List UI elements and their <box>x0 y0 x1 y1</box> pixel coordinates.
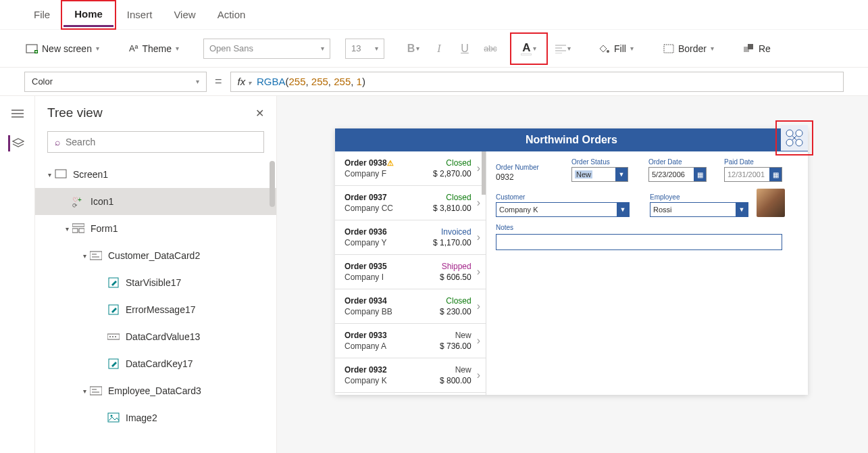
reorder-button[interactable]: Re <box>738 41 776 57</box>
calendar-icon: ▦ <box>769 168 782 181</box>
underline-button[interactable]: U <box>455 39 475 59</box>
order-company: Company BB <box>344 307 392 316</box>
order-price: $ 606.50 <box>440 272 471 282</box>
svg-rect-32 <box>90 387 102 395</box>
order-number-label: Order Number <box>496 164 563 171</box>
order-number-value: 0932 <box>496 172 563 182</box>
order-date-input[interactable]: 5/23/2006 ▦ <box>648 167 707 182</box>
order-status-combo[interactable]: New ▼ <box>571 167 628 182</box>
tree-node-image2[interactable]: Image2 <box>35 404 276 431</box>
chevron-down-icon: ▼ <box>736 203 748 216</box>
tree-node-datacardkey17[interactable]: DataCardKey17 <box>35 350 276 377</box>
employee-combo[interactable]: Rossi ▼ <box>650 202 748 217</box>
font-select[interactable]: Open Sans ▾ <box>203 39 330 59</box>
tree-node-datacardvalue13[interactable]: DataCardValue13 <box>35 323 276 350</box>
tree-node-employee_datacard3[interactable]: ▾Employee_DataCard3 <box>35 377 276 404</box>
order-name: Order 0934 <box>344 296 392 306</box>
tree-node-customer_datacard2[interactable]: ▾Customer_DataCard2 <box>35 242 276 269</box>
chevron-down-icon: ▼ <box>617 203 629 216</box>
order-price: $ 230.00 <box>440 307 471 316</box>
align-button[interactable]: ▾ <box>553 39 573 59</box>
property-value: Color <box>32 76 53 87</box>
font-color-button[interactable]: A ▾ <box>519 39 539 59</box>
menu-view[interactable]: View <box>163 3 206 26</box>
bold-button[interactable]: B▾ <box>403 39 424 59</box>
expand-icon[interactable]: ▾ <box>45 171 54 178</box>
calendar-icon: ▦ <box>694 168 706 181</box>
app-preview: Northwind Orders Order 0938⚠Company FClo… <box>335 128 808 395</box>
expand-icon[interactable]: ▾ <box>80 387 89 395</box>
order-item[interactable]: Order 0933Company ANew$ 736.00› <box>335 324 486 358</box>
employee-avatar <box>757 189 785 217</box>
tree-node-errormessage17[interactable]: ErrorMessage17 <box>35 296 276 323</box>
order-list[interactable]: Order 0938⚠Company FClosed$ 2,870.00›Ord… <box>335 151 486 395</box>
expand-icon[interactable]: ▾ <box>62 225 72 233</box>
order-item[interactable]: Order 0938⚠Company FClosed$ 2,870.00› <box>335 151 486 186</box>
order-name: Order 0933 <box>344 331 387 340</box>
tree-node-starvisible17[interactable]: StarVisible17 <box>35 269 276 296</box>
theme-icon: Aª <box>129 43 138 53</box>
order-company: Company A <box>344 341 387 351</box>
order-item[interactable]: Order 0937Company CCClosed$ 3,810.00› <box>335 186 486 220</box>
icon1-control[interactable] <box>781 125 808 151</box>
chevron-down-icon: ▼ <box>615 168 628 181</box>
paid-date-input[interactable]: 12/31/2001 ▦ <box>724 167 782 182</box>
order-status-label: Order Status <box>571 158 628 166</box>
scrollbar-thumb[interactable] <box>270 161 275 207</box>
tree-node-icon1[interactable]: ♡+⟳Icon1 <box>35 188 276 215</box>
expand-icon[interactable]: ▾ <box>80 252 89 260</box>
fill-button[interactable]: Fill ▾ <box>592 41 639 57</box>
edit-icon <box>107 303 120 316</box>
border-label: Border <box>678 43 707 54</box>
order-date-label: Order Date <box>648 158 707 166</box>
tree-node-form1[interactable]: ▾Form1 <box>35 215 276 242</box>
order-item[interactable]: Order 0936Company YInvoiced$ 1,170.00› <box>335 220 486 255</box>
tree-node-screen1[interactable]: ▾Screen1 <box>35 161 276 188</box>
formula-input[interactable]: fx ▾ RGBA(255, 255, 255, 1) <box>230 72 844 92</box>
left-rail <box>0 96 35 453</box>
tree-label: StarVisible17 <box>126 277 181 288</box>
svg-rect-20 <box>72 229 78 233</box>
order-status: New <box>455 365 471 375</box>
theme-button[interactable]: Aª Theme ▾ <box>124 41 184 57</box>
svg-point-28 <box>109 336 111 337</box>
svg-text:+: + <box>78 196 82 204</box>
order-name: Order 0932 <box>344 365 387 375</box>
list-scrollbar[interactable] <box>482 151 486 195</box>
edit-icon <box>107 276 120 289</box>
svg-point-29 <box>112 336 113 337</box>
font-size-select[interactable]: 13 ▾ <box>345 39 384 59</box>
order-price: $ 2,870.00 <box>433 169 471 178</box>
menu-home[interactable]: Home <box>63 3 113 27</box>
menu-action[interactable]: Action <box>207 3 257 26</box>
tree-header: Tree view ✕ <box>35 96 276 127</box>
close-button[interactable]: ✕ <box>255 107 264 120</box>
formula-bar: Color ▾ = fx ▾ RGBA(255, 255, 255, 1) <box>0 68 868 96</box>
notes-input[interactable] <box>496 234 782 250</box>
tree-label: Customer_DataCard2 <box>108 250 200 261</box>
new-screen-button[interactable]: New screen ▾ <box>20 41 105 57</box>
tree-title: Tree view <box>47 105 103 120</box>
chevron-right-icon: › <box>477 300 480 312</box>
border-button[interactable]: Border ▾ <box>658 41 719 57</box>
menu-insert[interactable]: Insert <box>116 3 163 26</box>
customer-combo[interactable]: Company K ▼ <box>496 202 630 217</box>
tree-search[interactable]: ⌕ <box>47 131 264 153</box>
chevron-right-icon: › <box>477 197 480 209</box>
order-item[interactable]: Order 0932Company KNew$ 800.00› <box>335 358 486 393</box>
app-header: Northwind Orders <box>335 128 808 151</box>
menu-file[interactable]: File <box>23 3 61 26</box>
tree-view-button[interactable] <box>8 135 24 151</box>
order-status: Closed <box>446 158 471 168</box>
strike-button[interactable]: abc <box>480 39 501 59</box>
chevron-right-icon: › <box>477 266 480 278</box>
order-item[interactable]: Order 0935Company IShipped$ 606.50› <box>335 255 486 289</box>
order-item[interactable]: Order 0934Company BBClosed$ 230.00› <box>335 289 486 324</box>
italic-button[interactable]: I <box>429 39 449 59</box>
hamburger-button[interactable] <box>9 105 26 122</box>
search-input[interactable] <box>66 137 257 147</box>
property-select[interactable]: Color ▾ <box>24 72 207 92</box>
equals-sign: = <box>215 74 222 89</box>
canvas[interactable]: Northwind Orders Order 0938⚠Company FClo… <box>277 96 868 453</box>
order-status: New <box>455 331 471 340</box>
